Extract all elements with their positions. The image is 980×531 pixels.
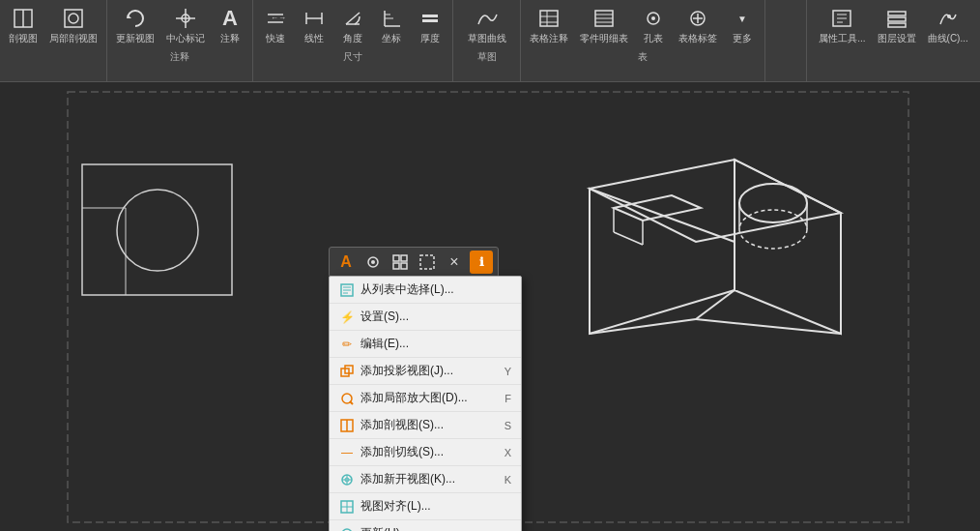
add-detail-icon	[339, 391, 355, 406]
prop-tool-icon	[830, 7, 853, 30]
thickness-icon	[418, 7, 442, 30]
toolbar-group-props: 属性工具... 图层设置 曲线(C)...	[806, 0, 980, 81]
svg-rect-63	[393, 255, 399, 261]
toolbar-row-table: 表格注释 零件明细表 孔表 表格标签 ▼	[525, 4, 761, 48]
quick-dim-button[interactable]: ←→ 快速	[257, 4, 294, 48]
toolbar-dim-label: 尺寸	[257, 48, 448, 67]
toolbar-note-label: 注释	[111, 48, 248, 67]
menu-item-add-projection[interactable]: 添加投影视图(J)... Y	[330, 358, 521, 385]
add-detail-label: 添加局部放大图(D)...	[360, 390, 499, 406]
svg-line-50	[590, 319, 696, 334]
svg-point-3	[69, 14, 78, 23]
toolbar-row-note-top: 更新视图 中心标记 A 注释	[111, 4, 248, 48]
angle-dim-button[interactable]: 角度	[334, 4, 371, 48]
toolbar-row-props: 属性工具... 图层设置 曲线(C)...	[814, 4, 973, 48]
svg-text:←→: ←→	[271, 14, 285, 22]
local-section-icon	[62, 7, 85, 30]
svg-rect-43	[82, 164, 232, 295]
ctx-text-format-button[interactable]: A	[334, 251, 358, 274]
coord-dim-icon	[380, 7, 403, 30]
toolbar-group-views-label	[4, 48, 102, 53]
update-view-button[interactable]: 更新视图	[111, 4, 159, 48]
svg-point-30	[651, 16, 655, 20]
sketch-curve-button[interactable]: 草图曲线	[463, 4, 511, 48]
svg-line-52	[696, 290, 735, 319]
section-view-button[interactable]: 剖视图	[4, 4, 43, 48]
select-list-label: 从列表中选择(L)...	[360, 281, 511, 298]
menu-item-edit[interactable]: ✏ 编辑(E)...	[330, 331, 521, 358]
center-mark-button[interactable]: 中心标记	[161, 4, 210, 48]
note-button[interactable]: A 注释	[212, 4, 248, 48]
linear-dim-button[interactable]: 线性	[296, 4, 332, 48]
view-align-label: 视图对齐(L)...	[360, 498, 511, 515]
svg-rect-65	[393, 263, 399, 269]
add-breakout-label: 添加新开视图(K)...	[360, 471, 499, 487]
curve-edit-label: 曲线(C)...	[928, 32, 968, 45]
select-list-icon	[339, 282, 355, 298]
update-view-icon	[124, 7, 147, 30]
svg-line-51	[696, 319, 841, 334]
toolbar-table-label: 表	[525, 48, 761, 67]
ctx-close-button[interactable]: ×	[443, 251, 466, 274]
sketch-curve-label: 草图曲线	[468, 32, 506, 45]
layer-set-icon	[885, 7, 908, 30]
more-table-label: 更多	[733, 32, 752, 45]
add-breakout-shortcut: K	[504, 474, 511, 486]
table-note-button[interactable]: 表格注释	[525, 4, 573, 48]
center-mark-label: 中心标记	[166, 32, 205, 45]
coord-dim-button[interactable]: 坐标	[373, 4, 410, 48]
menu-item-settings[interactable]: ⚡ 设置(S)...	[330, 304, 521, 331]
add-breakout-icon	[339, 472, 355, 487]
menu-item-select-from-list[interactable]: 从列表中选择(L)...	[330, 277, 521, 304]
layer-set-label: 图层设置	[878, 32, 916, 45]
svg-point-62	[371, 260, 375, 264]
quick-dim-label: 快速	[266, 32, 285, 45]
svg-marker-47	[590, 160, 841, 242]
svg-point-53	[739, 184, 807, 222]
prop-tool-button[interactable]: 属性工具...	[814, 4, 870, 48]
toolbar-sketch-label: 草图	[457, 48, 516, 67]
context-menu: 从列表中选择(L)... ⚡ 设置(S)... ✏ 编辑(E)... 添加投影视…	[329, 276, 522, 531]
menu-item-update[interactable]: 更新(U)	[330, 520, 521, 531]
linear-dim-icon	[303, 7, 326, 30]
svg-rect-64	[401, 255, 407, 261]
local-section-view-button[interactable]: 局部剖视图	[44, 4, 102, 48]
view-align-icon	[339, 499, 355, 515]
menu-item-add-detail[interactable]: 添加局部放大图(D)... F	[330, 385, 521, 412]
curve-edit-button[interactable]: 曲线(C)...	[923, 4, 973, 48]
ctx-select-button[interactable]	[361, 251, 385, 274]
svg-rect-2	[65, 10, 82, 27]
layer-set-button[interactable]: 图层设置	[873, 4, 921, 48]
ctx-info-button[interactable]: ℹ	[470, 251, 493, 274]
svg-rect-20	[422, 19, 438, 22]
menu-item-view-align[interactable]: 视图对齐(L)...	[330, 493, 521, 520]
hole-table-label: 孔表	[644, 32, 663, 45]
settings-label: 设置(S)...	[360, 309, 511, 325]
svg-rect-66	[401, 263, 407, 269]
svg-rect-40	[888, 23, 906, 27]
svg-rect-38	[888, 12, 906, 15]
toolbar-row-views: 剖视图 局部剖视图	[4, 4, 102, 48]
svg-point-44	[117, 190, 198, 271]
edit-icon: ✏	[339, 337, 355, 352]
update-icon	[339, 526, 355, 532]
menu-item-add-cutline[interactable]: — 添加剖切线(S)... X	[330, 439, 521, 466]
note-icon: A	[218, 7, 242, 30]
menu-item-add-section[interactable]: 添加剖视图(S)... S	[330, 412, 521, 439]
hole-table-button[interactable]: 孔表	[635, 4, 672, 48]
svg-rect-39	[888, 17, 906, 21]
more-table-button[interactable]: ▼ 更多	[724, 4, 761, 48]
main-toolbar: 剖视图 局部剖视图 更新视图 中心标记	[0, 0, 980, 82]
local-section-label: 局部剖视图	[49, 32, 98, 45]
add-cutline-label: 添加剖切线(S)...	[360, 444, 499, 460]
ctx-dotted-button[interactable]	[416, 251, 439, 274]
parts-list-button[interactable]: 零件明细表	[575, 4, 633, 48]
menu-item-add-breakout[interactable]: 添加新开视图(K)... K	[330, 466, 521, 493]
table-note-icon	[537, 7, 561, 30]
add-projection-shortcut: Y	[504, 366, 511, 377]
hole-table-icon	[642, 7, 665, 30]
table-tag-button[interactable]: 表格标签	[674, 4, 722, 48]
ctx-grid-button[interactable]	[389, 251, 412, 274]
thickness-button[interactable]: 厚度	[412, 4, 448, 48]
more-table-icon: ▼	[731, 7, 754, 30]
